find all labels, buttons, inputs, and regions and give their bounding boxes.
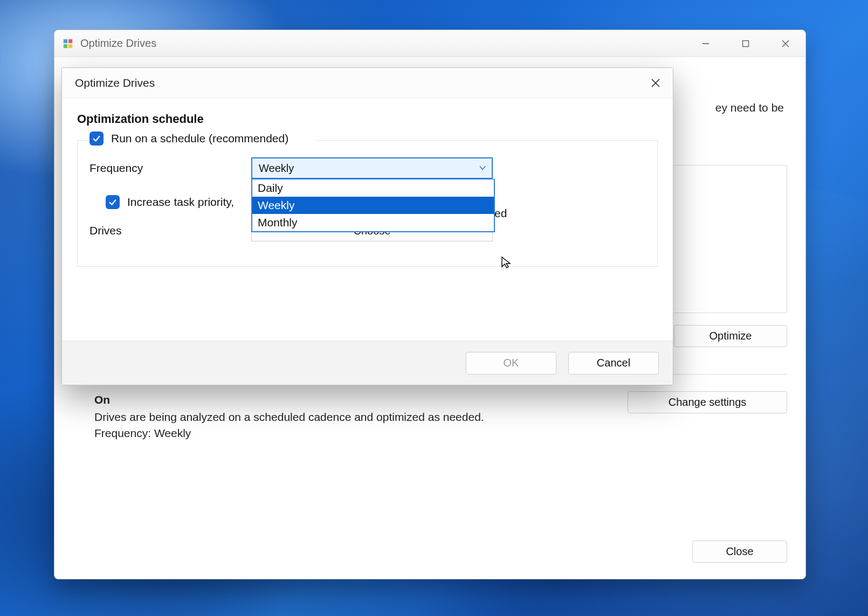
window-caption-buttons: [686, 30, 805, 57]
titlebar[interactable]: Optimize Drives: [54, 30, 805, 57]
maximize-button[interactable]: [726, 30, 766, 57]
svg-rect-0: [64, 39, 67, 43]
run-on-schedule-checkbox[interactable]: [89, 131, 104, 146]
optimize-drives-icon: [62, 38, 74, 50]
cancel-button[interactable]: Cancel: [568, 352, 659, 375]
run-on-schedule-label: Run on a schedule (recommended): [111, 132, 288, 145]
svg-rect-1: [68, 39, 72, 43]
schedule-fieldset: Run on a schedule (recommended) Frequenc…: [77, 140, 658, 267]
schedule-description: Drives are being analyzed on a scheduled…: [94, 411, 628, 424]
chevron-down-icon: [479, 162, 486, 175]
schedule-status-on: On: [94, 393, 628, 406]
minimize-button[interactable]: [686, 30, 726, 57]
frequency-option-daily[interactable]: Daily: [252, 179, 494, 197]
frequency-option-monthly[interactable]: Monthly: [252, 214, 494, 231]
frequency-label: Frequency: [89, 162, 251, 175]
svg-rect-3: [68, 44, 72, 47]
dialog-footer: OK Cancel: [62, 341, 673, 385]
frequency-dropdown: Daily Weekly Monthly: [251, 179, 495, 232]
drives-label: Drives: [89, 224, 251, 237]
optimization-schedule-subheader: Optimization schedule: [77, 112, 658, 126]
optimize-button[interactable]: Optimize: [674, 325, 787, 347]
ok-button[interactable]: OK: [466, 352, 556, 375]
increase-priority-checkbox[interactable]: [106, 195, 120, 209]
window-title: Optimize Drives: [80, 37, 686, 50]
frequency-option-weekly[interactable]: Weekly: [252, 197, 494, 214]
frequency-value: Weekly: [259, 162, 294, 175]
increase-priority-label: Increase task priority,: [127, 196, 234, 209]
optimization-schedule-dialog: Optimize Drives Optimization schedule Ru…: [61, 67, 673, 385]
close-window-button[interactable]: Close: [692, 541, 787, 563]
frequency-combobox[interactable]: Weekly Daily Weekly Monthly: [251, 157, 493, 179]
intro-text-fragment: ey need to be: [715, 101, 784, 114]
svg-rect-5: [743, 40, 749, 46]
close-button[interactable]: [766, 30, 805, 57]
dialog-close-button[interactable]: [640, 68, 671, 98]
dialog-title: Optimize Drives: [75, 77, 640, 89]
dialog-header[interactable]: Optimize Drives: [62, 68, 673, 98]
svg-rect-2: [64, 44, 67, 47]
schedule-frequency: Frequency: Weekly: [94, 427, 628, 440]
change-settings-button[interactable]: Change settings: [628, 391, 787, 413]
